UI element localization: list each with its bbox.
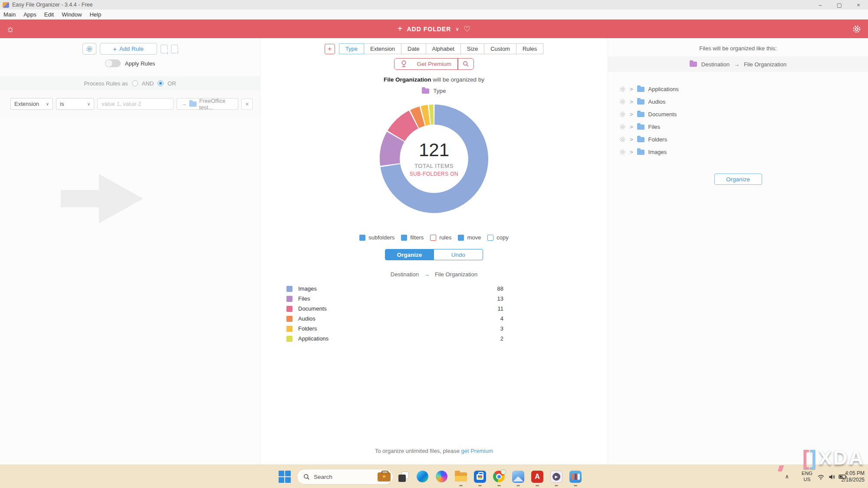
tray-overflow-chevron-icon[interactable]: ∧: [785, 473, 789, 480]
add-rule-button[interactable]: + Add Rule: [100, 43, 157, 55]
menu-edit[interactable]: Edit: [44, 11, 54, 18]
search-icon: [303, 474, 310, 480]
tab-type[interactable]: Type: [339, 43, 364, 54]
edge-icon[interactable]: [417, 471, 429, 483]
settings-gear-icon[interactable]: [852, 25, 861, 33]
tree-row-images[interactable]: > Images: [619, 146, 679, 158]
rule-value-input[interactable]: [97, 98, 174, 110]
and-radio[interactable]: [132, 80, 138, 86]
rule-field-select[interactable]: Extension ∨: [10, 98, 53, 110]
menu-bar: Main Apps Edit Window Help: [0, 10, 868, 20]
copy-checkbox[interactable]: [487, 235, 493, 241]
add-folder-button[interactable]: + ADD FOLDER ∨ ♡: [0, 24, 868, 34]
tree-row-files[interactable]: > Files: [619, 121, 679, 133]
tab-custom[interactable]: Custom: [484, 43, 516, 54]
chevron-right-icon[interactable]: >: [630, 124, 633, 130]
color-swatch: [286, 326, 293, 332]
chevron-right-icon[interactable]: >: [630, 111, 633, 118]
import-rules-icon[interactable]: ↓: [161, 45, 168, 53]
get-premium-button[interactable]: Get Premium: [394, 58, 473, 70]
rules-option[interactable]: rules: [430, 234, 451, 241]
organize-button[interactable]: Organize: [385, 249, 434, 260]
premium-footer: To organize unlimited files, please get …: [260, 448, 608, 454]
category-row-audios: Audios 4: [286, 314, 503, 324]
chevron-right-icon[interactable]: >: [630, 149, 633, 155]
close-button[interactable]: ×: [849, 0, 868, 10]
rule-destination-chip[interactable]: → FreeOffice test...: [177, 98, 238, 110]
task-view-button[interactable]: [398, 471, 410, 483]
category-row-documents: Documents 11: [286, 304, 503, 314]
folder-icon: [422, 88, 429, 94]
tree-row-audios[interactable]: > Audios: [619, 95, 679, 108]
tree-row-applications[interactable]: > Applications: [619, 83, 679, 95]
apply-rules-toggle[interactable]: [105, 59, 121, 67]
rules-checkbox[interactable]: [430, 235, 436, 241]
move-option[interactable]: move: [458, 234, 481, 241]
or-radio[interactable]: [158, 80, 164, 86]
category-row-folders: Folders 3: [286, 324, 503, 334]
plus-icon: +: [113, 45, 117, 52]
subfolders-option[interactable]: subfolders: [359, 234, 395, 241]
gear-icon: [619, 149, 626, 155]
rule-operator-select[interactable]: is ∨: [56, 98, 94, 110]
arrow-right-icon: →: [734, 61, 740, 68]
taskbar-search[interactable]: Search: [297, 469, 393, 485]
move-checkbox[interactable]: [458, 235, 464, 241]
wifi-icon[interactable]: [817, 474, 825, 480]
chrome-icon[interactable]: [493, 471, 505, 483]
menu-main[interactable]: Main: [3, 11, 16, 18]
rules-settings-button[interactable]: [82, 43, 96, 55]
folder-icon: [637, 112, 644, 117]
menu-help[interactable]: Help: [89, 11, 101, 18]
chevron-down-icon[interactable]: ∨: [455, 26, 459, 32]
undo-button[interactable]: Undo: [434, 249, 483, 260]
folder-icon: [189, 102, 197, 107]
tab-rules[interactable]: Rules: [516, 43, 543, 54]
tree-row-folders[interactable]: > Folders: [619, 133, 679, 146]
filters-option[interactable]: filters: [401, 234, 424, 241]
tree-row-documents[interactable]: > Documents: [619, 108, 679, 121]
apply-rules-label: Apply Rules: [125, 60, 155, 67]
menu-window[interactable]: Window: [62, 11, 82, 18]
start-button[interactable]: [279, 471, 291, 483]
restore-button[interactable]: ▢: [830, 0, 849, 10]
tab-date[interactable]: Date: [401, 43, 426, 54]
menu-apps[interactable]: Apps: [23, 11, 36, 18]
folder-icon: [637, 150, 644, 155]
acrobat-icon[interactable]: A: [531, 471, 543, 483]
chevron-right-icon[interactable]: >: [630, 136, 633, 143]
chevron-right-icon[interactable]: >: [630, 98, 633, 105]
filters-checkbox[interactable]: [401, 235, 407, 241]
file-explorer-icon[interactable]: [455, 471, 467, 483]
easy-file-organizer-icon[interactable]: [569, 471, 582, 483]
get-premium-link[interactable]: get Premium: [461, 448, 493, 454]
tab-size[interactable]: Size: [460, 43, 484, 54]
tab-alphabet[interactable]: Alphabet: [426, 43, 461, 54]
tab-extension[interactable]: Extension: [364, 43, 401, 54]
options-legend: subfolders filters rules move copy: [260, 234, 608, 241]
copy-option[interactable]: copy: [487, 234, 508, 241]
microsoft-store-icon[interactable]: [474, 471, 486, 483]
premium-search-icon[interactable]: [458, 61, 473, 67]
arrow-right-icon: →: [424, 271, 430, 278]
preview-organize-button[interactable]: Organize: [714, 174, 762, 185]
delete-rule-button[interactable]: ×: [241, 98, 253, 110]
favorites-heart-icon[interactable]: ♡: [464, 24, 470, 34]
volume-icon[interactable]: [829, 474, 836, 480]
app-logo-watermark: [61, 166, 145, 233]
rule-row: Extension ∨ is ∨ → FreeOffice test... ×: [10, 98, 253, 110]
gear-icon: [619, 98, 626, 105]
color-swatch: [286, 286, 293, 292]
or-label: OR: [168, 80, 176, 87]
minimize-button[interactable]: –: [811, 0, 830, 10]
chevron-right-icon[interactable]: >: [630, 86, 633, 92]
add-tab-button[interactable]: +: [325, 44, 335, 54]
copilot-icon[interactable]: [436, 471, 448, 483]
search-placeholder: Search: [314, 474, 374, 480]
language-indicator[interactable]: ENG US: [802, 470, 812, 482]
photos-icon[interactable]: [512, 471, 524, 483]
media-player-icon[interactable]: ▶: [550, 471, 562, 483]
taskbar-clock[interactable]: 4:05 PM 2/18/2025: [842, 470, 865, 483]
subfolders-checkbox[interactable]: [359, 235, 365, 241]
export-rules-icon[interactable]: ↑: [171, 45, 178, 53]
